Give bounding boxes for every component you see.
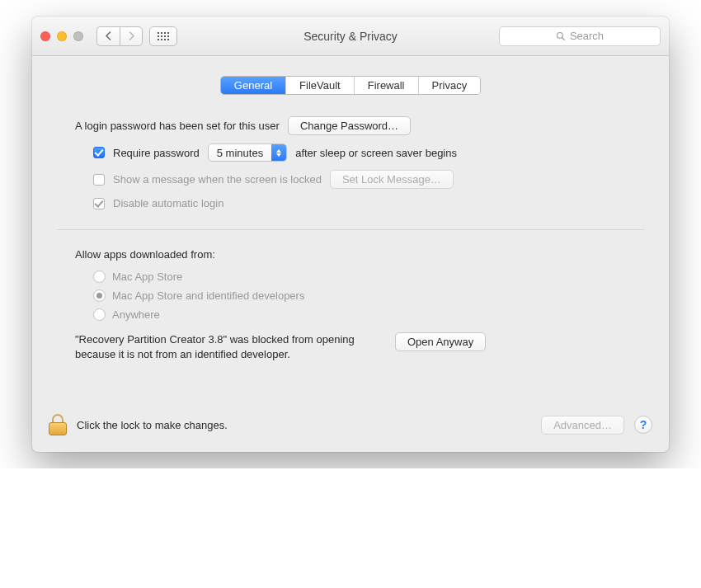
search-input[interactable]: Search (499, 26, 661, 46)
radio-identified-label: Mac App Store and identified developers (112, 289, 304, 302)
show-all-button[interactable] (149, 26, 177, 46)
back-button[interactable] (96, 26, 120, 46)
show-message-row: Show a message when the screen is locked… (75, 170, 626, 189)
lock-icon[interactable] (49, 414, 67, 435)
preferences-window: Security & Privacy Search General FileVa… (32, 16, 669, 452)
set-lock-message-button: Set Lock Message… (330, 170, 454, 189)
chevron-left-icon (105, 31, 112, 40)
help-button[interactable]: ? (634, 416, 652, 434)
require-password-suffix: after sleep or screen saver begins (295, 147, 457, 159)
require-password-delay-value: 5 minutes (209, 147, 271, 159)
radio-anywhere: Anywhere (75, 308, 626, 321)
radio-identified-button (93, 289, 106, 302)
disable-auto-login-label: Disable automatic login (113, 197, 223, 209)
grid-icon (158, 32, 169, 40)
require-password-delay-select[interactable]: 5 minutes (208, 143, 287, 162)
show-message-checkbox[interactable] (93, 174, 105, 186)
nav-buttons (96, 26, 143, 46)
help-icon: ? (640, 418, 647, 431)
radio-app-store: Mac App Store (75, 270, 626, 283)
login-password-text: A login password has been set for this u… (75, 120, 280, 132)
require-password-row: Require password 5 minutes after sleep o… (75, 143, 626, 162)
zoom-window-button (73, 31, 83, 41)
advanced-button[interactable]: Advanced… (541, 416, 624, 435)
separator (57, 229, 644, 230)
show-message-label: Show a message when the screen is locked (113, 173, 322, 186)
change-password-button[interactable]: Change Password… (288, 116, 411, 135)
chevron-right-icon (128, 31, 135, 40)
stepper-icon (271, 144, 286, 161)
radio-anywhere-label: Anywhere (112, 308, 160, 321)
radio-app-store-label: Mac App Store (112, 270, 182, 283)
require-password-checkbox[interactable] (93, 147, 105, 158)
window-controls (40, 31, 83, 41)
login-password-row: A login password has been set for this u… (75, 116, 626, 135)
blocked-app-message: "Recovery Partition Creator 3.8" was blo… (75, 332, 380, 361)
general-panel: A login password has been set for this u… (57, 116, 644, 361)
tab-privacy[interactable]: Privacy (419, 77, 481, 94)
tab-general[interactable]: General (221, 77, 286, 94)
footer: Click the lock to make changes. Advanced… (32, 401, 669, 452)
radio-anywhere-button (93, 308, 106, 321)
search-icon (556, 31, 566, 41)
radio-identified: Mac App Store and identified developers (75, 289, 626, 302)
search-placeholder: Search (570, 30, 604, 42)
disable-auto-login-row: Disable automatic login (75, 197, 626, 209)
blocked-app-row: "Recovery Partition Creator 3.8" was blo… (75, 332, 626, 361)
svg-line-1 (562, 37, 564, 40)
tab-filevault[interactable]: FileVault (286, 77, 355, 94)
tab-firewall[interactable]: Firewall (355, 77, 419, 94)
require-password-label: Require password (113, 147, 200, 159)
gatekeeper-title: Allow apps downloaded from: (75, 248, 626, 261)
titlebar: Security & Privacy Search (32, 16, 669, 56)
minimize-window-button[interactable] (57, 31, 67, 41)
content-area: General FileVault Firewall Privacy A log… (32, 56, 669, 361)
close-window-button[interactable] (40, 31, 50, 41)
forward-button[interactable] (120, 26, 143, 46)
open-anyway-button[interactable]: Open Anyway (395, 332, 486, 351)
lock-text: Click the lock to make changes. (77, 419, 228, 431)
disable-auto-login-checkbox (93, 198, 105, 209)
radio-app-store-button (93, 270, 106, 283)
tab-bar: General FileVault Firewall Privacy (57, 76, 644, 95)
